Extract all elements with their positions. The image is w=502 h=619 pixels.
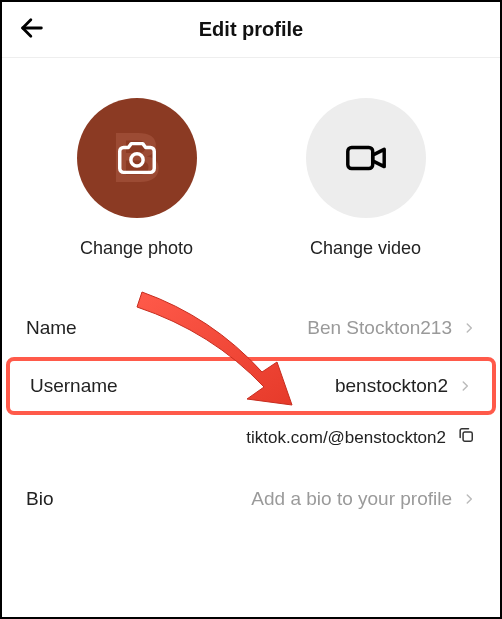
name-label: Name — [26, 317, 77, 339]
copy-url-button[interactable] — [456, 425, 476, 450]
name-value: Ben Stockton213 — [307, 317, 452, 339]
svg-rect-2 — [347, 147, 372, 168]
svg-marker-3 — [372, 149, 384, 166]
svg-point-1 — [130, 154, 142, 166]
header: Edit profile — [2, 2, 500, 58]
profile-url: tiktok.com/@benstockton2 — [246, 428, 446, 448]
svg-rect-4 — [463, 432, 472, 441]
bio-value-wrap: Add a bio to your profile — [251, 488, 476, 510]
change-photo-label: Change photo — [80, 238, 193, 259]
arrow-left-icon — [18, 14, 46, 42]
bio-label: Bio — [26, 488, 53, 510]
change-photo-button[interactable]: B Change photo — [22, 98, 251, 259]
profile-url-row: tiktok.com/@benstockton2 — [2, 415, 500, 470]
name-value-wrap: Ben Stockton213 — [307, 317, 476, 339]
change-video-button[interactable]: Change video — [251, 98, 480, 259]
media-row: B Change photo Change video — [2, 58, 500, 269]
username-label: Username — [30, 375, 118, 397]
avatar-video-circle — [306, 98, 426, 218]
edit-profile-screen: Edit profile B Change photo Change video — [0, 0, 502, 619]
chevron-right-icon — [462, 492, 476, 506]
copy-icon — [456, 425, 476, 445]
username-row[interactable]: Username benstockton2 — [6, 357, 496, 415]
profile-fields-list: Name Ben Stockton213 Username benstockto… — [2, 299, 500, 528]
bio-row[interactable]: Bio Add a bio to your profile — [2, 470, 500, 528]
change-video-label: Change video — [310, 238, 421, 259]
camera-icon — [114, 135, 160, 181]
bio-placeholder: Add a bio to your profile — [251, 488, 452, 510]
page-title: Edit profile — [2, 18, 500, 41]
back-button[interactable] — [18, 14, 46, 46]
username-value: benstockton2 — [335, 375, 448, 397]
chevron-right-icon — [462, 321, 476, 335]
username-value-wrap: benstockton2 — [335, 375, 472, 397]
name-row[interactable]: Name Ben Stockton213 — [2, 299, 500, 357]
avatar-photo-circle: B — [77, 98, 197, 218]
video-icon — [343, 135, 389, 181]
chevron-right-icon — [458, 379, 472, 393]
